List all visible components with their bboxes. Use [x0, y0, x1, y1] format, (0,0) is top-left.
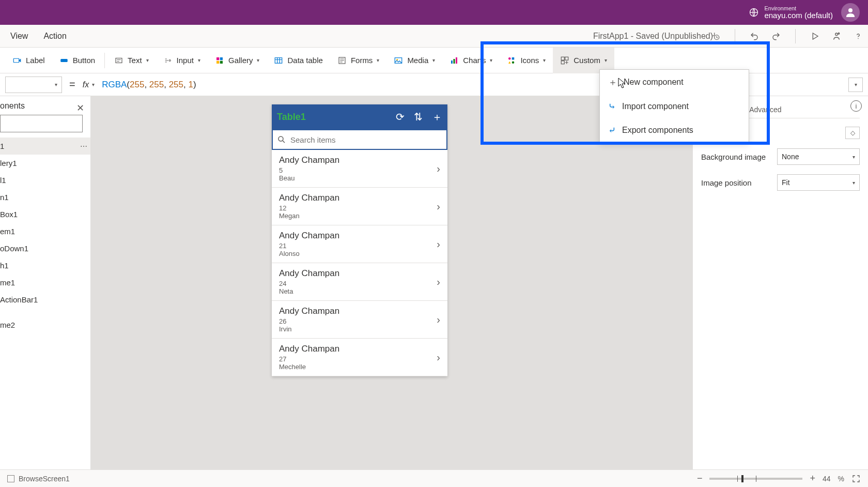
list-item-sub1: 26 — [279, 317, 437, 325]
menu-view[interactable]: View — [10, 32, 28, 41]
phone-preview: Table1 ⟳ ⇅ ＋ Andy Champan 5 Beau › Andy … — [272, 104, 447, 376]
tree-item[interactable]: me1 — [0, 274, 90, 291]
close-icon[interactable]: ✕ — [76, 102, 84, 114]
tab-advanced[interactable]: Advanced — [749, 102, 781, 118]
insert-input[interactable]: Input▾ — [156, 48, 208, 73]
menu-action[interactable]: Action — [43, 32, 66, 41]
insert-label[interactable]: Label — [5, 48, 52, 73]
chevron-right-icon: › — [437, 314, 440, 326]
redo-icon[interactable] — [771, 32, 781, 41]
svg-rect-18 — [454, 59, 455, 64]
app-checker-icon[interactable] — [711, 32, 720, 41]
chevron-down-icon: ▾ — [490, 57, 492, 63]
insert-gallery[interactable]: Gallery▾ — [208, 48, 267, 73]
tree-item-selected[interactable]: 1 ⋯ — [0, 138, 90, 155]
property-selector[interactable]: ▾ — [5, 77, 62, 93]
svg-point-20 — [508, 57, 511, 60]
chevron-down-icon: ▾ — [55, 82, 57, 87]
zoom-in-icon[interactable]: + — [810, 473, 815, 484]
list-item-title: Andy Champan — [279, 193, 437, 203]
more-icon[interactable]: ⋯ — [80, 142, 88, 150]
share-icon[interactable] — [832, 32, 841, 41]
insert-charts[interactable]: Charts▾ — [442, 48, 500, 73]
prop-bgimage-label: Background image — [701, 153, 766, 161]
sort-icon[interactable]: ⇅ — [414, 111, 423, 123]
zoom-out-icon[interactable]: − — [697, 473, 703, 484]
menu-import-component[interactable]: ⤷ Import component — [600, 95, 749, 118]
chevron-right-icon: › — [437, 352, 440, 363]
list-item[interactable]: Andy Champan 21 Alonso › — [272, 225, 447, 263]
insert-forms-label: Forms — [351, 56, 373, 65]
list-item[interactable]: Andy Champan 5 Beau › — [272, 150, 447, 188]
tree-item[interactable]: n1 — [0, 189, 90, 206]
canvas[interactable]: Table1 ⟳ ⇅ ＋ Andy Champan 5 Beau › Andy … — [91, 96, 692, 469]
insert-button[interactable]: Button — [52, 48, 102, 73]
chevron-down-icon: ▾ — [257, 57, 259, 63]
fill-color-picker[interactable]: ◇ — [845, 127, 860, 139]
list-item-sub1: 5 — [279, 166, 437, 174]
imgpos-select[interactable]: Fit ▾ — [777, 174, 860, 191]
phone-search-input[interactable] — [290, 135, 442, 144]
list-item[interactable]: Andy Champan 26 Irvin › — [272, 301, 447, 339]
insert-text[interactable]: Text▾ — [107, 48, 156, 73]
tree-item[interactable]: ActionBar1 — [0, 291, 90, 308]
tree-item[interactable]: oDown1 — [0, 240, 90, 257]
environment-name: enayu.com (default) — [764, 11, 833, 20]
environment-label: Environment — [764, 5, 833, 11]
chevron-down-icon: ▾ — [146, 57, 149, 63]
list-item-title: Andy Champan — [279, 231, 437, 241]
list-item-sub2: Megan — [279, 212, 437, 220]
insert-media-label: Media — [407, 56, 428, 65]
fit-to-window-icon[interactable] — [851, 474, 861, 483]
list-item[interactable]: Andy Champan 12 Megan › — [272, 188, 447, 225]
menu-export-components[interactable]: ⤶ Export components — [600, 118, 749, 142]
insert-datatable[interactable]: Data table — [267, 48, 330, 73]
info-icon[interactable]: i — [850, 100, 862, 112]
tree-item[interactable]: em1 — [0, 223, 90, 240]
zoom-slider[interactable] — [709, 478, 802, 480]
separator — [104, 53, 105, 68]
help-icon[interactable] — [854, 32, 863, 41]
bgimage-select[interactable]: None ▾ — [777, 148, 860, 165]
svg-rect-23 — [562, 57, 565, 60]
divider — [795, 29, 796, 43]
list-item-sub1: 24 — [279, 280, 437, 287]
environment-block[interactable]: Environment enayu.com (default) — [749, 5, 833, 20]
insert-gallery-label: Gallery — [228, 56, 253, 65]
tree-item[interactable] — [0, 308, 90, 316]
list-item[interactable]: Andy Champan 27 Mechelle › — [272, 339, 447, 376]
phone-title: Table1 — [277, 112, 396, 123]
list-item[interactable]: Andy Champan 24 Neta › — [272, 263, 447, 301]
tree-item[interactable]: lery1 — [0, 155, 90, 172]
chevron-down-icon[interactable]: ▾ — [92, 82, 95, 87]
tree-item[interactable]: h1 — [0, 257, 90, 274]
divider — [735, 29, 735, 43]
phone-search[interactable] — [272, 129, 447, 150]
insert-icons[interactable]: Icons▾ — [500, 48, 553, 73]
add-icon[interactable]: ＋ — [432, 110, 442, 124]
refresh-icon[interactable]: ⟳ — [396, 111, 405, 123]
svg-rect-10 — [220, 57, 223, 60]
gallery-icon — [215, 56, 224, 65]
svg-point-3 — [835, 33, 838, 36]
undo-icon[interactable] — [750, 32, 759, 41]
tree-item[interactable]: me2 — [0, 316, 90, 333]
play-icon[interactable] — [810, 32, 819, 41]
list-item-sub1: 21 — [279, 242, 437, 250]
screen-checkbox[interactable] — [7, 475, 14, 482]
svg-rect-13 — [275, 57, 283, 63]
icons-icon — [507, 56, 516, 65]
tree-search[interactable] — [0, 115, 83, 132]
avatar[interactable] — [841, 3, 860, 22]
svg-rect-12 — [220, 60, 223, 63]
datatable-icon — [274, 56, 283, 65]
tree-item[interactable]: l1 — [0, 172, 90, 189]
tree-view-pane: ✕ onents 1 ⋯ lery1l1n1Box1em1oDown1h1me1… — [0, 96, 91, 469]
insert-forms[interactable]: Forms▾ — [330, 48, 387, 73]
tree-item[interactable]: Box1 — [0, 206, 90, 223]
tree: 1 ⋯ lery1l1n1Box1em1oDown1h1me1ActionBar… — [0, 138, 90, 333]
insert-media[interactable]: Media▾ — [386, 48, 442, 73]
prop-imgpos-row: Image position Fit ▾ — [701, 174, 860, 191]
import-icon: ⤷ — [608, 101, 616, 112]
formula-expand[interactable]: ▾ — [848, 78, 863, 92]
